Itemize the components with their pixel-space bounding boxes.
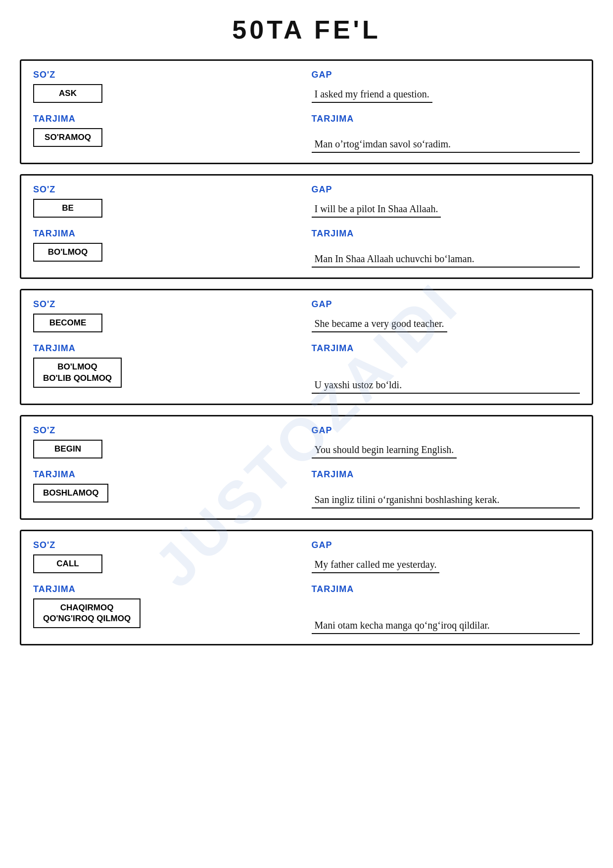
card-4: SO'ZGAPBEGINYou should begin learning En… xyxy=(20,415,593,520)
card-4-gap-cell: You should begin learning English. xyxy=(312,440,580,464)
card-3-gap-cell: She became a very good teacher. xyxy=(312,314,580,338)
card-2-gap-label: GAP xyxy=(312,184,580,195)
card-5-trans-gap-text: Mani otam kecha manga qo‘ng‘iroq qildila… xyxy=(312,618,580,634)
card-5-tarjima-right-label: TARJIMA xyxy=(312,584,580,594)
card-1-trans-gap-text: Man o’rtog‘imdan savol so‘radim. xyxy=(312,137,580,153)
card-4-soz-label: SO'Z xyxy=(33,425,302,436)
card-2-gap-cell: I will be a pilot In Shaa Allaah. xyxy=(312,199,580,224)
card-1-tarjima-right-label: TARJIMA xyxy=(312,114,580,124)
card-5-word-cell: CALL xyxy=(33,554,302,579)
card-3-tarjima-left-label: TARJIMA xyxy=(33,343,302,354)
card-1-gap-label: GAP xyxy=(312,70,580,80)
card-4-trans-gap-text: San ingliz tilini o‘rganishni boshlashin… xyxy=(312,492,580,508)
card-5-gap-cell: My father called me yesterday. xyxy=(312,554,580,579)
card-5-word-box: CALL xyxy=(33,554,102,573)
card-3-gap-label: GAP xyxy=(312,299,580,310)
card-1-gap-cell: I asked my friend a question. xyxy=(312,84,580,109)
card-2-tarjima-right-label: TARJIMA xyxy=(312,228,580,239)
card-4-trans-gap-cell: San ingliz tilini o‘rganishni boshlashin… xyxy=(312,484,580,508)
card-3-word-cell: BECOME xyxy=(33,314,302,338)
card-4-gap-text: You should begin learning English. xyxy=(312,442,457,458)
card-4-tarjima-right-label: TARJIMA xyxy=(312,469,580,480)
card-2-tarjima-left-label: TARJIMA xyxy=(33,228,302,239)
card-4-gap-label: GAP xyxy=(312,425,580,436)
card-2-trans-word-cell: BO'LMOQ xyxy=(33,243,302,268)
page-title: 50TA FE'L xyxy=(20,15,593,45)
card-4-tarjima-left-label: TARJIMA xyxy=(33,469,302,480)
card-2-soz-label: SO'Z xyxy=(33,184,302,195)
card-2-trans-gap-text: Man In Shaa Allaah uchuvchi bo‘laman. xyxy=(312,251,580,268)
card-4-trans-word-cell: BOSHLAMOQ xyxy=(33,484,302,508)
card-5-soz-label: SO'Z xyxy=(33,540,302,550)
card-3-tarjima-right-label: TARJIMA xyxy=(312,343,580,354)
card-2-word-box: BE xyxy=(33,199,102,218)
card-5: SO'ZGAPCALLMy father called me yesterday… xyxy=(20,530,593,645)
card-2-word-cell: BE xyxy=(33,199,302,224)
card-1-word-box: ASK xyxy=(33,84,102,103)
card-4-trans-word-box: BOSHLAMOQ xyxy=(33,484,108,503)
card-1-tarjima-left-label: TARJIMA xyxy=(33,114,302,124)
card-4-word-box: BEGIN xyxy=(33,440,102,458)
card-3: SO'ZGAPBECOMEShe became a very good teac… xyxy=(20,289,593,405)
card-5-gap-text: My father called me yesterday. xyxy=(312,557,440,573)
card-3-soz-label: SO'Z xyxy=(33,299,302,310)
card-1-trans-word-cell: SO'RAMOQ xyxy=(33,128,302,153)
card-3-trans-gap-cell: U yaxshi ustoz bo‘ldi. xyxy=(312,358,580,393)
card-1-trans-gap-cell: Man o’rtog‘imdan savol so‘radim. xyxy=(312,128,580,153)
card-3-trans-word-box: BO'LMOQBO'LIB QOLMOQ xyxy=(33,358,122,387)
card-1: SO'ZGAPASKI asked my friend a question.T… xyxy=(20,59,593,164)
card-3-trans-gap-text: U yaxshi ustoz bo‘ldi. xyxy=(312,377,580,394)
card-2-gap-text: I will be a pilot In Shaa Allaah. xyxy=(312,201,441,218)
card-2: SO'ZGAPBEI will be a pilot In Shaa Allaa… xyxy=(20,174,593,279)
card-1-word-cell: ASK xyxy=(33,84,302,109)
card-2-trans-gap-cell: Man In Shaa Allaah uchuvchi bo‘laman. xyxy=(312,243,580,268)
card-5-trans-word-box: CHAQIRMOQQO'NG'IROQ QILMOQ xyxy=(33,598,141,628)
card-3-gap-text: She became a very good teacher. xyxy=(312,316,447,332)
card-1-trans-word-box: SO'RAMOQ xyxy=(33,128,102,147)
card-1-soz-label: SO'Z xyxy=(33,70,302,80)
card-4-word-cell: BEGIN xyxy=(33,440,302,464)
card-2-trans-word-box: BO'LMOQ xyxy=(33,243,102,262)
card-5-tarjima-left-label: TARJIMA xyxy=(33,584,302,594)
card-5-trans-word-cell: CHAQIRMOQQO'NG'IROQ QILMOQ xyxy=(33,598,302,634)
card-3-word-box: BECOME xyxy=(33,314,102,332)
card-5-gap-label: GAP xyxy=(312,540,580,550)
card-1-gap-text: I asked my friend a question. xyxy=(312,87,432,103)
card-3-trans-word-cell: BO'LMOQBO'LIB QOLMOQ xyxy=(33,358,302,393)
card-5-trans-gap-cell: Mani otam kecha manga qo‘ng‘iroq qildila… xyxy=(312,598,580,634)
